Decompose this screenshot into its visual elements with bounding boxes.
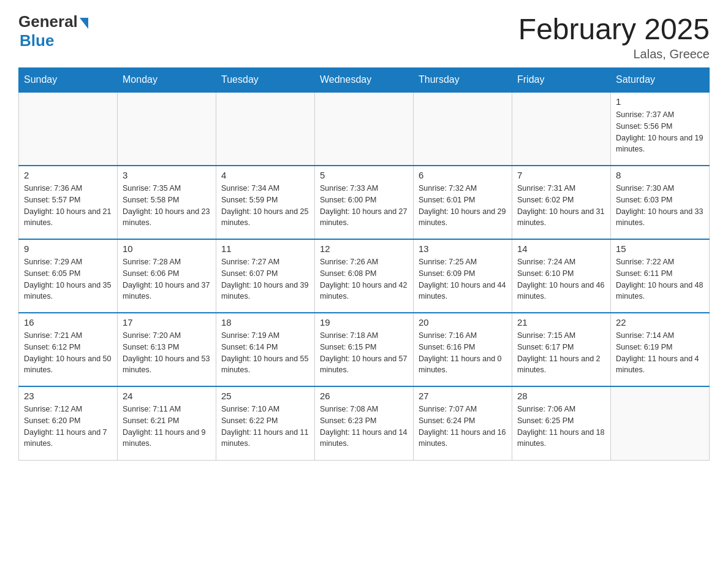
day-info: Sunrise: 7:27 AMSunset: 6:07 PMDaylight:…: [221, 256, 309, 302]
calendar-cell: 10Sunrise: 7:28 AMSunset: 6:06 PMDayligh…: [118, 239, 216, 313]
day-number: 20: [419, 317, 507, 327]
calendar-cell: [414, 92, 512, 166]
calendar-cell: 23Sunrise: 7:12 AMSunset: 6:20 PMDayligh…: [19, 386, 118, 460]
day-number: 14: [517, 243, 605, 254]
day-info: Sunrise: 7:22 AMSunset: 6:11 PMDaylight:…: [616, 256, 704, 302]
calendar-cell: [118, 92, 216, 166]
weekday-header: Thursday: [414, 68, 512, 93]
calendar-cell: 7Sunrise: 7:31 AMSunset: 6:02 PMDaylight…: [512, 166, 611, 239]
calendar-week-row: 1Sunrise: 7:37 AMSunset: 5:56 PMDaylight…: [19, 92, 710, 166]
calendar-week-row: 9Sunrise: 7:29 AMSunset: 6:05 PMDaylight…: [19, 239, 710, 313]
calendar-cell: 3Sunrise: 7:35 AMSunset: 5:58 PMDaylight…: [118, 166, 216, 239]
day-info: Sunrise: 7:29 AMSunset: 6:05 PMDaylight:…: [24, 256, 112, 302]
calendar-cell: [19, 92, 118, 166]
day-info: Sunrise: 7:26 AMSunset: 6:08 PMDaylight:…: [320, 256, 408, 302]
day-number: 25: [221, 391, 309, 401]
month-title: February 2025: [518, 12, 710, 46]
day-number: 15: [616, 243, 704, 254]
day-number: 17: [123, 317, 211, 327]
day-info: Sunrise: 7:07 AMSunset: 6:24 PMDaylight:…: [419, 404, 507, 450]
calendar-cell: 19Sunrise: 7:18 AMSunset: 6:15 PMDayligh…: [315, 313, 414, 386]
calendar-cell: 8Sunrise: 7:30 AMSunset: 6:03 PMDaylight…: [611, 166, 710, 239]
calendar-cell: 17Sunrise: 7:20 AMSunset: 6:13 PMDayligh…: [118, 313, 216, 386]
day-number: 11: [221, 243, 309, 254]
calendar-cell: [611, 386, 710, 460]
calendar-cell: 26Sunrise: 7:08 AMSunset: 6:23 PMDayligh…: [315, 386, 414, 460]
day-info: Sunrise: 7:18 AMSunset: 6:15 PMDaylight:…: [320, 330, 408, 376]
day-number: 1: [616, 96, 704, 107]
calendar-cell: 18Sunrise: 7:19 AMSunset: 6:14 PMDayligh…: [216, 313, 315, 386]
day-number: 27: [419, 391, 507, 401]
day-number: 5: [320, 170, 408, 180]
calendar-cell: 9Sunrise: 7:29 AMSunset: 6:05 PMDaylight…: [19, 239, 118, 313]
day-info: Sunrise: 7:06 AMSunset: 6:25 PMDaylight:…: [517, 404, 605, 450]
day-info: Sunrise: 7:37 AMSunset: 5:56 PMDaylight:…: [616, 109, 704, 155]
title-block: February 2025 Lalas, Greece: [518, 12, 710, 61]
day-number: 21: [517, 317, 605, 327]
day-number: 4: [221, 170, 309, 180]
day-number: 2: [24, 170, 112, 180]
day-number: 3: [123, 170, 211, 180]
logo-general-text: General: [18, 12, 78, 31]
day-info: Sunrise: 7:25 AMSunset: 6:09 PMDaylight:…: [419, 256, 507, 302]
page-header: General Blue February 2025 Lalas, Greece: [18, 12, 710, 61]
calendar-body: 1Sunrise: 7:37 AMSunset: 5:56 PMDaylight…: [19, 92, 710, 460]
day-info: Sunrise: 7:31 AMSunset: 6:02 PMDaylight:…: [517, 183, 605, 229]
day-info: Sunrise: 7:12 AMSunset: 6:20 PMDaylight:…: [24, 404, 112, 450]
calendar-cell: 4Sunrise: 7:34 AMSunset: 5:59 PMDaylight…: [216, 166, 315, 239]
day-number: 8: [616, 170, 704, 180]
calendar-cell: 13Sunrise: 7:25 AMSunset: 6:09 PMDayligh…: [414, 239, 512, 313]
calendar-cell: 24Sunrise: 7:11 AMSunset: 6:21 PMDayligh…: [118, 386, 216, 460]
weekday-header: Saturday: [611, 68, 710, 93]
weekday-header: Sunday: [19, 68, 118, 93]
day-info: Sunrise: 7:28 AMSunset: 6:06 PMDaylight:…: [123, 256, 211, 302]
day-number: 9: [24, 243, 112, 254]
calendar-cell: 11Sunrise: 7:27 AMSunset: 6:07 PMDayligh…: [216, 239, 315, 313]
logo-blue-text: Blue: [20, 31, 54, 50]
day-info: Sunrise: 7:32 AMSunset: 6:01 PMDaylight:…: [419, 183, 507, 229]
calendar-header: SundayMondayTuesdayWednesdayThursdayFrid…: [19, 68, 710, 93]
day-info: Sunrise: 7:36 AMSunset: 5:57 PMDaylight:…: [24, 183, 112, 229]
calendar-week-row: 16Sunrise: 7:21 AMSunset: 6:12 PMDayligh…: [19, 313, 710, 386]
day-number: 22: [616, 317, 704, 327]
calendar-week-row: 2Sunrise: 7:36 AMSunset: 5:57 PMDaylight…: [19, 166, 710, 239]
day-number: 12: [320, 243, 408, 254]
calendar-cell: 21Sunrise: 7:15 AMSunset: 6:17 PMDayligh…: [512, 313, 611, 386]
calendar-cell: [315, 92, 414, 166]
calendar-cell: 1Sunrise: 7:37 AMSunset: 5:56 PMDaylight…: [611, 92, 710, 166]
logo: General Blue: [18, 12, 88, 50]
calendar-cell: 2Sunrise: 7:36 AMSunset: 5:57 PMDaylight…: [19, 166, 118, 239]
day-info: Sunrise: 7:19 AMSunset: 6:14 PMDaylight:…: [221, 330, 309, 376]
calendar-cell: [216, 92, 315, 166]
day-number: 19: [320, 317, 408, 327]
day-info: Sunrise: 7:14 AMSunset: 6:19 PMDaylight:…: [616, 330, 704, 376]
calendar-cell: 12Sunrise: 7:26 AMSunset: 6:08 PMDayligh…: [315, 239, 414, 313]
day-number: 28: [517, 391, 605, 401]
calendar-cell: [512, 92, 611, 166]
day-info: Sunrise: 7:20 AMSunset: 6:13 PMDaylight:…: [123, 330, 211, 376]
day-info: Sunrise: 7:21 AMSunset: 6:12 PMDaylight:…: [24, 330, 112, 376]
day-info: Sunrise: 7:24 AMSunset: 6:10 PMDaylight:…: [517, 256, 605, 302]
day-info: Sunrise: 7:33 AMSunset: 6:00 PMDaylight:…: [320, 183, 408, 229]
day-number: 6: [419, 170, 507, 180]
logo-arrow-icon: [80, 18, 88, 29]
location-label: Lalas, Greece: [518, 47, 710, 61]
weekday-header: Wednesday: [315, 68, 414, 93]
day-info: Sunrise: 7:35 AMSunset: 5:58 PMDaylight:…: [123, 183, 211, 229]
calendar-table: SundayMondayTuesdayWednesdayThursdayFrid…: [18, 67, 710, 461]
calendar-cell: 16Sunrise: 7:21 AMSunset: 6:12 PMDayligh…: [19, 313, 118, 386]
day-number: 18: [221, 317, 309, 327]
weekday-header: Friday: [512, 68, 611, 93]
day-info: Sunrise: 7:08 AMSunset: 6:23 PMDaylight:…: [320, 404, 408, 450]
day-info: Sunrise: 7:34 AMSunset: 5:59 PMDaylight:…: [221, 183, 309, 229]
weekday-row: SundayMondayTuesdayWednesdayThursdayFrid…: [19, 68, 710, 93]
day-info: Sunrise: 7:11 AMSunset: 6:21 PMDaylight:…: [123, 404, 211, 450]
day-number: 7: [517, 170, 605, 180]
day-info: Sunrise: 7:30 AMSunset: 6:03 PMDaylight:…: [616, 183, 704, 229]
calendar-cell: 15Sunrise: 7:22 AMSunset: 6:11 PMDayligh…: [611, 239, 710, 313]
day-number: 26: [320, 391, 408, 401]
calendar-cell: 25Sunrise: 7:10 AMSunset: 6:22 PMDayligh…: [216, 386, 315, 460]
day-info: Sunrise: 7:10 AMSunset: 6:22 PMDaylight:…: [221, 404, 309, 450]
calendar-week-row: 23Sunrise: 7:12 AMSunset: 6:20 PMDayligh…: [19, 386, 710, 460]
calendar-cell: 6Sunrise: 7:32 AMSunset: 6:01 PMDaylight…: [414, 166, 512, 239]
